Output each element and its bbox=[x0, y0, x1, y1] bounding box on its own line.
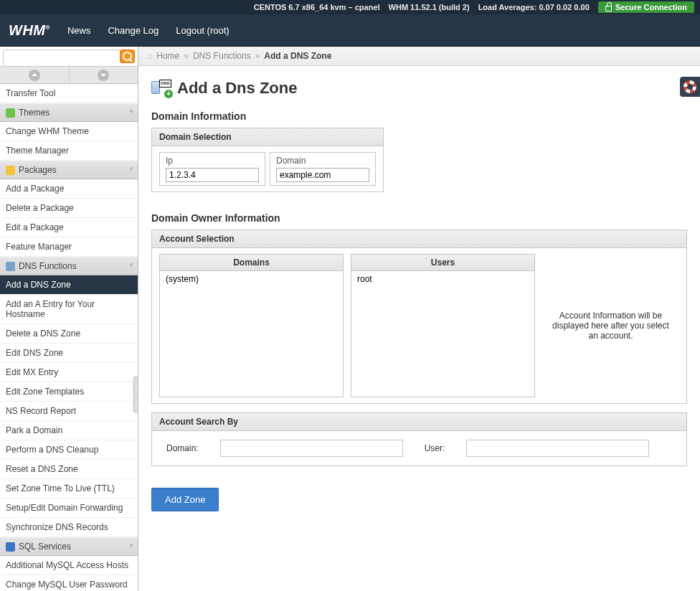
search-button[interactable] bbox=[120, 49, 135, 63]
sidebar-item-domain-forwarding[interactable]: Setup/Edit Domain Forwarding bbox=[0, 498, 138, 518]
content-area: ⌂ Home » DNS Functions » Add a DNS Zone … bbox=[138, 47, 700, 591]
top-status-bar: CENTOS 6.7 x86_64 kvm – cpanel WHM 11.52… bbox=[0, 0, 700, 14]
sql-icon bbox=[6, 542, 15, 552]
users-list-header: Users bbox=[351, 255, 534, 271]
nav-down-button[interactable] bbox=[70, 67, 138, 83]
page-icon: DNS+ bbox=[151, 80, 171, 97]
breadcrumb-home[interactable]: Home bbox=[156, 51, 179, 61]
nav-logout[interactable]: Logout (root) bbox=[176, 25, 229, 36]
sidebar-item-delete-dns-zone[interactable]: Delete a DNS Zone bbox=[0, 324, 138, 344]
sidebar-item-edit-package[interactable]: Edit a Package bbox=[0, 218, 138, 237]
sidebar-header-sql[interactable]: SQL Services bbox=[0, 537, 138, 556]
sidebar-item-edit-zone-templates[interactable]: Edit Zone Templates bbox=[0, 382, 138, 402]
users-select[interactable]: root bbox=[351, 271, 534, 397]
panel-account-selection: Account Selection Domains (system) Users… bbox=[151, 230, 687, 404]
panel-header-account-selection: Account Selection bbox=[152, 230, 686, 248]
lock-icon bbox=[605, 6, 612, 11]
sidebar-item-change-theme[interactable]: Change WHM Theme bbox=[0, 122, 138, 141]
page-title: DNS+ Add a Dns Zone bbox=[151, 79, 700, 98]
search-domain-input[interactable] bbox=[220, 440, 403, 457]
sidebar-item-park-domain[interactable]: Park a Domain bbox=[0, 421, 138, 440]
sidebar-item-transfer-tool[interactable]: Transfer Tool bbox=[0, 84, 138, 103]
search-domain-label: Domain: bbox=[166, 443, 199, 453]
panel-account-search: Account Search By Domain: User: bbox=[151, 412, 687, 466]
breadcrumb-sep: » bbox=[255, 51, 260, 61]
dns-icon bbox=[6, 262, 15, 271]
nav-arrows bbox=[0, 67, 138, 84]
os-info: CENTOS 6.7 x86_64 kvm – cpanel bbox=[254, 3, 380, 11]
search-icon bbox=[123, 52, 133, 62]
help-button[interactable] bbox=[680, 77, 700, 97]
panel-domain-selection: Domain Selection Ip Domain bbox=[151, 128, 384, 192]
arrow-up-icon bbox=[29, 70, 40, 81]
sidebar-header-dns[interactable]: DNS Functions bbox=[0, 257, 138, 275]
search-user-input[interactable] bbox=[466, 440, 649, 457]
breadcrumb: ⌂ Home » DNS Functions » Add a DNS Zone bbox=[138, 47, 700, 66]
sidebar-item-theme-manager[interactable]: Theme Manager bbox=[0, 141, 138, 161]
section-domain-info: Domain Information bbox=[151, 110, 700, 122]
whm-version: WHM 11.52.1 (build 2) bbox=[389, 3, 470, 11]
add-zone-button[interactable]: Add Zone bbox=[151, 488, 219, 511]
nav-changelog[interactable]: Change Log bbox=[108, 25, 159, 36]
packages-icon bbox=[6, 166, 15, 175]
themes-icon bbox=[6, 108, 15, 118]
breadcrumb-page: Add a DNS Zone bbox=[264, 51, 331, 61]
domains-select[interactable]: (system) bbox=[160, 271, 343, 397]
section-owner-info: Domain Owner Information bbox=[151, 212, 700, 224]
arrow-down-icon bbox=[98, 70, 109, 81]
sidebar-item-edit-dns-zone[interactable]: Edit DNS Zone bbox=[0, 344, 138, 363]
users-option-root: root bbox=[353, 273, 533, 285]
domain-input[interactable] bbox=[276, 168, 369, 182]
sidebar-item-edit-mx[interactable]: Edit MX Entry bbox=[0, 363, 138, 382]
account-info: Account Information will be displayed he… bbox=[542, 254, 679, 397]
secure-indicator: Secure Connection bbox=[598, 1, 694, 13]
sidebar-item-delete-package[interactable]: Delete a Package bbox=[0, 199, 138, 218]
nav-news[interactable]: News bbox=[67, 25, 91, 36]
domains-list-header: Domains bbox=[160, 255, 343, 271]
sidebar-header-themes[interactable]: Themes bbox=[0, 103, 138, 122]
sidebar-header-packages[interactable]: Packages bbox=[0, 161, 138, 179]
domain-label: Domain bbox=[276, 156, 369, 166]
sidebar-search bbox=[0, 47, 138, 67]
domains-option-system: (system) bbox=[161, 273, 341, 285]
ip-label: Ip bbox=[166, 156, 259, 166]
sidebar-item-add-a-entry[interactable]: Add an A Entry for Your Hostname bbox=[0, 295, 138, 324]
sidebar-item-add-package[interactable]: Add a Package bbox=[0, 179, 138, 199]
sidebar: Transfer Tool Themes Change WHM Theme Th… bbox=[0, 47, 138, 591]
sidebar-item-feature-manager[interactable]: Feature Manager bbox=[0, 237, 138, 257]
sidebar-item-mysql-hosts[interactable]: Additional MySQL Access Hosts bbox=[0, 556, 138, 575]
users-list-column: Users root bbox=[351, 254, 535, 397]
whm-logo: WHM® bbox=[9, 22, 50, 39]
nav-up-button[interactable] bbox=[0, 67, 70, 83]
panel-header-domain-selection: Domain Selection bbox=[152, 128, 383, 146]
main-container: Transfer Tool Themes Change WHM Theme Th… bbox=[0, 47, 700, 591]
sidebar-item-dns-cleanup[interactable]: Perform a DNS Cleanup bbox=[0, 440, 138, 460]
search-input[interactable] bbox=[3, 49, 120, 67]
main-navbar: WHM® News Change Log Logout (root) bbox=[0, 14, 700, 47]
sidebar-item-reset-dns[interactable]: Reset a DNS Zone bbox=[0, 460, 138, 479]
breadcrumb-sep: » bbox=[184, 51, 189, 61]
sidebar-item-sync-dns[interactable]: Synchronize DNS Records bbox=[0, 518, 138, 537]
panel-header-account-search: Account Search By bbox=[152, 413, 686, 431]
sidebar-item-add-dns-zone[interactable]: Add a DNS Zone bbox=[0, 275, 138, 295]
field-ip: Ip bbox=[159, 152, 265, 186]
ip-input[interactable] bbox=[166, 168, 259, 182]
help-icon bbox=[684, 80, 696, 93]
home-icon: ⌂ bbox=[147, 51, 152, 61]
sidebar-drag-handle[interactable]: ⋮ bbox=[133, 377, 138, 412]
field-domain: Domain bbox=[270, 152, 376, 186]
domains-list-column: Domains (system) bbox=[159, 254, 344, 397]
load-averages: Load Averages: 0.07 0.02 0.00 bbox=[478, 3, 590, 11]
breadcrumb-functions[interactable]: DNS Functions bbox=[193, 51, 251, 61]
search-user-label: User: bbox=[425, 443, 445, 453]
sidebar-item-set-ttl[interactable]: Set Zone Time To Live (TTL) bbox=[0, 479, 138, 498]
sidebar-item-ns-record[interactable]: NS Record Report bbox=[0, 402, 138, 421]
sidebar-item-mysql-password[interactable]: Change MySQL User Password bbox=[0, 575, 138, 591]
